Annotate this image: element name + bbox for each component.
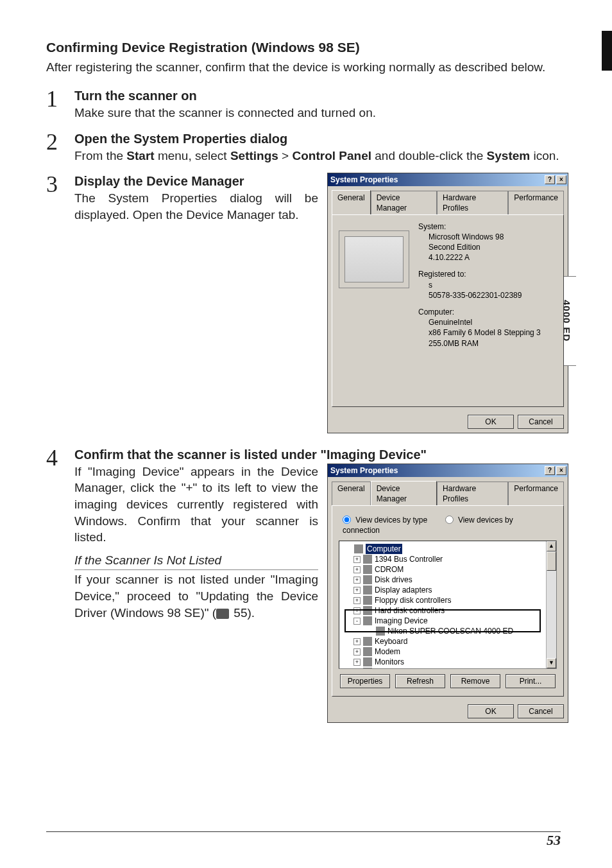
book-icon (216, 609, 229, 619)
tab-hardware-profiles[interactable]: Hardware Profiles (437, 482, 508, 506)
step-4: 4 Confirm that the scanner is listed und… (46, 446, 561, 724)
device-icon (376, 627, 385, 636)
dialog-title: System Properties (330, 465, 543, 476)
scroll-up-icon[interactable]: ▲ (547, 541, 556, 551)
section-title: Confirming Device Registration (Windows … (46, 39, 561, 56)
tree-row[interactable]: +CDROM (341, 564, 555, 575)
device-icon (363, 575, 372, 584)
step-4-heading: Confirm that the scanner is listed under… (74, 446, 568, 464)
tree-item-label: Mouse (375, 667, 398, 669)
note-body: If your scanner is not listed under "Ima… (74, 571, 318, 621)
step-3-heading: Display the Device Manager (74, 173, 318, 190)
registered-label: Registered to: (418, 269, 557, 279)
device-icon (363, 616, 372, 625)
computer-label: Computer: (418, 307, 557, 317)
radio-view-by-type[interactable]: View devices by type (343, 516, 427, 525)
tree-expand-icon[interactable]: + (353, 577, 361, 584)
computer-line-3: 255.0MB RAM (418, 338, 557, 349)
tree-row[interactable]: +Keyboard (341, 636, 555, 647)
close-icon[interactable]: × (556, 466, 566, 475)
system-properties-dialog-device-manager: System Properties ? × General Device Man… (327, 464, 568, 724)
step-1-heading: Turn the scanner on (74, 87, 561, 105)
page-reference (216, 609, 230, 619)
tree-expand-icon[interactable]: + (353, 556, 361, 563)
tree-row[interactable]: +Mouse (341, 667, 555, 669)
computer-icon (339, 230, 409, 288)
step-2-heading: Open the System Properties dialog (74, 130, 561, 148)
tree-item-label: Computer (366, 544, 402, 554)
scroll-thumb[interactable] (547, 551, 556, 571)
page-number: 53 (547, 831, 561, 850)
tree-row[interactable]: Nikon SUPER COOLSCAN 4000 ED (341, 626, 555, 636)
tree-item-label: Display adapters (375, 585, 432, 595)
tree-expand-icon[interactable]: + (353, 566, 361, 573)
tree-row[interactable]: +Floppy disk controllers (341, 595, 555, 605)
tree-expand-icon[interactable]: + (353, 607, 361, 614)
tree-item-label: Nikon SUPER COOLSCAN 4000 ED (387, 626, 513, 636)
tree-row[interactable]: Computer (341, 544, 555, 554)
remove-button[interactable]: Remove (450, 674, 500, 688)
tab-general[interactable]: General (332, 482, 371, 506)
step-4-text: If "Imaging Device" appears in the Devic… (74, 464, 318, 546)
tree-item-label: Floppy disk controllers (375, 595, 451, 605)
registered-line-2: 50578-335-0622301-02389 (418, 290, 557, 300)
tree-expand-icon[interactable]: + (353, 597, 361, 604)
ok-button[interactable]: OK (468, 704, 514, 718)
dialog-titlebar[interactable]: System Properties ? × (328, 173, 568, 186)
help-icon[interactable]: ? (545, 175, 555, 184)
cancel-button[interactable]: Cancel (518, 704, 564, 718)
device-icon (363, 637, 372, 646)
tree-row[interactable]: +Hard disk controllers (341, 605, 555, 616)
device-icon (363, 586, 372, 595)
tree-expand-icon[interactable]: + (353, 659, 361, 666)
tab-hardware-profiles[interactable]: Hardware Profiles (437, 191, 508, 214)
tree-item-label: Monitors (375, 657, 404, 667)
print-button[interactable]: Print... (506, 674, 556, 688)
section-intro: After registering the scanner, confirm t… (46, 59, 561, 76)
tree-row[interactable]: -Imaging Device (341, 616, 555, 626)
tab-performance[interactable]: Performance (508, 482, 564, 506)
step-4-number: 4 (46, 446, 74, 724)
page-edge-tab (602, 31, 612, 71)
system-line-2: Second Edition (418, 242, 557, 252)
step-1-text: Make sure that the scanner is connected … (74, 105, 561, 121)
dialog-title: System Properties (330, 175, 543, 185)
tree-expand-icon[interactable]: + (353, 648, 361, 655)
system-line-1: Microsoft Windows 98 (418, 232, 557, 242)
tab-performance[interactable]: Performance (508, 191, 564, 214)
properties-button[interactable]: Properties (340, 674, 390, 688)
system-line-3: 4.10.2222 A (418, 252, 557, 263)
note-title: If the Scanner Is Not Listed (74, 552, 318, 571)
tree-item-label: Modem (375, 647, 400, 657)
tab-device-manager[interactable]: Device Manager (371, 481, 437, 505)
tab-device-manager[interactable]: Device Manager (371, 191, 437, 214)
tree-scrollbar[interactable]: ▲ ▼ (546, 541, 556, 668)
dialog-titlebar[interactable]: System Properties ? × (328, 464, 568, 477)
system-label: System: (418, 221, 557, 232)
system-properties-dialog-general: System Properties ? × General Device Man… (327, 173, 568, 433)
device-icon (363, 647, 372, 656)
cancel-button[interactable]: Cancel (518, 415, 564, 429)
tree-expand-icon[interactable]: + (353, 587, 361, 594)
tree-collapse-icon[interactable]: - (353, 618, 361, 625)
tree-row[interactable]: +Disk drives (341, 575, 555, 585)
tree-row[interactable]: +1394 Bus Controller (341, 554, 555, 564)
scroll-down-icon[interactable]: ▼ (547, 658, 556, 668)
tree-expand-icon[interactable]: + (353, 669, 361, 670)
step-3: 3 Display the Device Manager The System … (46, 173, 561, 433)
computer-line-2: x86 Family 6 Model 8 Stepping 3 (418, 327, 557, 338)
step-2-text: From the Start menu, select Settings > C… (74, 148, 561, 164)
help-icon[interactable]: ? (545, 466, 555, 475)
tree-row[interactable]: +Monitors (341, 657, 555, 667)
tree-row[interactable]: +Modem (341, 647, 555, 657)
ok-button[interactable]: OK (468, 415, 514, 429)
close-icon[interactable]: × (556, 175, 566, 184)
tree-item-label: 1394 Bus Controller (375, 554, 443, 564)
tab-general[interactable]: General (332, 190, 371, 214)
tree-item-label: Hard disk controllers (375, 605, 445, 616)
tree-expand-icon[interactable]: + (353, 638, 361, 645)
tree-row[interactable]: +Display adapters (341, 585, 555, 595)
step-1: 1 Turn the scanner on Make sure that the… (46, 87, 561, 121)
refresh-button[interactable]: Refresh (395, 674, 445, 688)
device-tree[interactable]: Computer+1394 Bus Controller+CDROM+Disk … (339, 541, 557, 669)
